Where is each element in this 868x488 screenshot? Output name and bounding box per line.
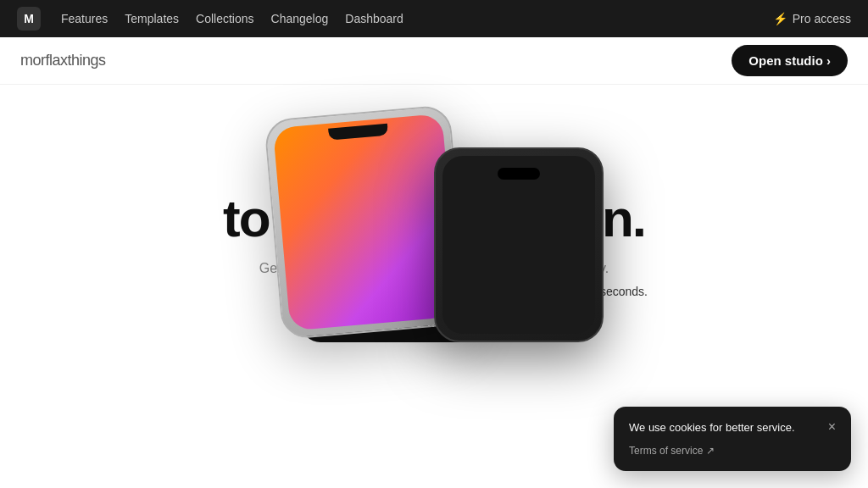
open-studio-button[interactable]: Open studio › <box>732 45 848 76</box>
navbar: morflaxthings Open studio › <box>0 37 868 85</box>
cookie-terms-link[interactable]: Terms of service ↗ <box>629 445 715 457</box>
hero-section: A better way to present design. Generate… <box>0 85 868 385</box>
phones-container <box>256 114 612 334</box>
cookie-close-button[interactable]: × <box>828 420 836 434</box>
nav-item-dashboard[interactable]: Dashboard <box>345 12 403 25</box>
cookie-message: We use cookies for better service. <box>629 420 820 435</box>
nav-item-changelog[interactable]: Changelog <box>271 12 329 25</box>
phone-frame-2 <box>434 147 604 342</box>
phone-notch-1 <box>328 124 388 141</box>
phone-screen-2 <box>442 156 595 334</box>
brand-logo[interactable]: morflaxthings <box>20 52 106 69</box>
cookie-banner: We use cookies for better service. × Ter… <box>614 407 851 471</box>
pro-access-label: Pro access <box>793 12 851 25</box>
phone-screen-1 <box>273 114 459 331</box>
topbar-nav: Features Templates Collections Changelog… <box>61 12 403 25</box>
pro-access-button[interactable]: ⚡ Pro access <box>773 12 851 25</box>
topbar-left: M Features Templates Collections Changel… <box>17 7 403 30</box>
logo-icon[interactable]: M <box>17 7 41 30</box>
topbar: M Features Templates Collections Changel… <box>0 0 868 37</box>
brand-name: morflax <box>20 52 68 69</box>
brand-suffix: things <box>68 52 106 69</box>
phone-dynamic-island <box>498 168 540 180</box>
nav-item-features[interactable]: Features <box>61 12 108 25</box>
bolt-icon: ⚡ <box>773 12 787 25</box>
phone-mockup-2 <box>434 147 604 342</box>
nav-item-collections[interactable]: Collections <box>196 12 253 25</box>
nav-item-templates[interactable]: Templates <box>125 12 179 25</box>
cookie-top: We use cookies for better service. × <box>629 420 836 435</box>
